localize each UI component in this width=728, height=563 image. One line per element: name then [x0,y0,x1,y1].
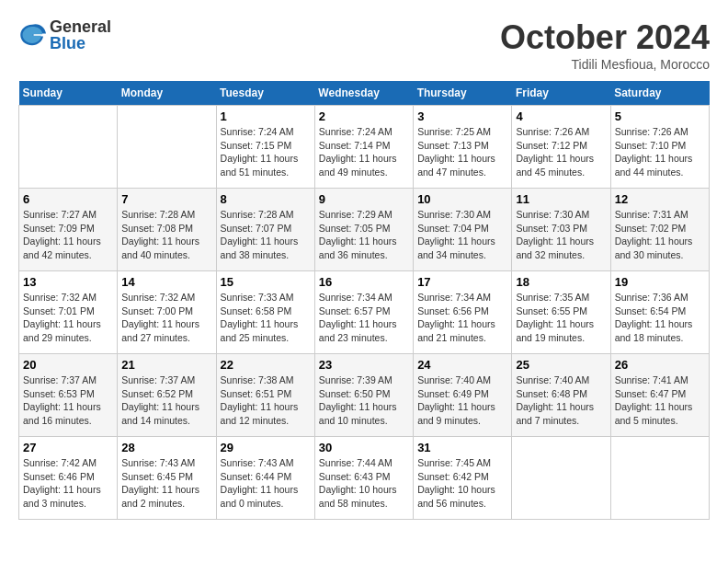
day-number: 3 [417,109,507,123]
calendar-cell: 15Sunrise: 7:33 AM Sunset: 6:58 PM Dayli… [216,271,314,354]
day-number: 8 [221,192,311,206]
day-number: 19 [615,275,705,289]
location: Tidili Mesfioua, Morocco [500,57,710,72]
day-info: Sunrise: 7:30 AM Sunset: 7:04 PM Dayligh… [417,208,507,262]
logo: General Blue [18,18,111,52]
calendar-cell: 27Sunrise: 7:42 AM Sunset: 6:46 PM Dayli… [19,437,118,520]
day-info: Sunrise: 7:39 AM Sunset: 6:50 PM Dayligh… [319,373,409,428]
day-info: Sunrise: 7:37 AM Sunset: 6:53 PM Dayligh… [23,373,113,428]
calendar-header: Sunday Monday Tuesday Wednesday Thursday… [19,81,710,106]
day-number: 29 [221,441,311,454]
day-number: 27 [23,441,113,454]
day-number: 5 [615,109,705,123]
day-info: Sunrise: 7:26 AM Sunset: 7:12 PM Dayligh… [516,125,606,179]
day-number: 12 [615,192,705,206]
day-info: Sunrise: 7:45 AM Sunset: 6:42 PM Dayligh… [417,456,507,511]
day-number: 31 [417,441,507,454]
calendar-cell: 19Sunrise: 7:36 AM Sunset: 6:54 PM Dayli… [610,271,709,354]
calendar-cell: 3Sunrise: 7:25 AM Sunset: 7:13 PM Daylig… [414,106,512,189]
day-number: 15 [221,275,311,289]
day-number: 13 [23,275,113,289]
day-info: Sunrise: 7:33 AM Sunset: 6:58 PM Dayligh… [221,291,311,345]
day-info: Sunrise: 7:32 AM Sunset: 7:00 PM Dayligh… [121,291,211,345]
calendar-body: 1Sunrise: 7:24 AM Sunset: 7:15 PM Daylig… [19,106,710,520]
calendar-cell: 5Sunrise: 7:26 AM Sunset: 7:10 PM Daylig… [610,106,709,189]
calendar-cell: 13Sunrise: 7:32 AM Sunset: 7:01 PM Dayli… [19,271,118,354]
day-info: Sunrise: 7:25 AM Sunset: 7:13 PM Dayligh… [417,125,507,179]
calendar-cell: 14Sunrise: 7:32 AM Sunset: 7:00 PM Dayli… [118,271,216,354]
day-info: Sunrise: 7:34 AM Sunset: 6:56 PM Dayligh… [417,291,507,345]
calendar-cell: 18Sunrise: 7:35 AM Sunset: 6:55 PM Dayli… [512,271,610,354]
calendar-table: Sunday Monday Tuesday Wednesday Thursday… [18,81,710,520]
day-info: Sunrise: 7:44 AM Sunset: 6:43 PM Dayligh… [319,456,409,511]
col-wednesday: Wednesday [314,81,413,106]
day-number: 7 [121,192,211,206]
logo-icon [18,21,46,49]
day-number: 30 [319,441,409,454]
calendar-week-1: 1Sunrise: 7:24 AM Sunset: 7:15 PM Daylig… [19,106,710,189]
day-number: 2 [319,109,409,123]
calendar-cell: 26Sunrise: 7:41 AM Sunset: 6:47 PM Dayli… [610,354,709,437]
day-info: Sunrise: 7:43 AM Sunset: 6:45 PM Dayligh… [121,456,211,511]
calendar-cell: 24Sunrise: 7:40 AM Sunset: 6:49 PM Dayli… [414,354,512,437]
calendar-cell [118,106,216,189]
col-thursday: Thursday [414,81,512,106]
logo-blue-text: Blue [50,35,111,52]
day-number: 17 [417,275,507,289]
col-sunday: Sunday [19,81,118,106]
day-number: 9 [319,192,409,206]
day-number: 16 [319,275,409,289]
col-friday: Friday [512,81,610,106]
calendar-cell: 7Sunrise: 7:28 AM Sunset: 7:08 PM Daylig… [118,189,216,271]
day-number: 11 [516,192,606,206]
day-number: 28 [121,441,211,454]
day-info: Sunrise: 7:28 AM Sunset: 7:08 PM Dayligh… [121,208,211,262]
calendar-cell: 12Sunrise: 7:31 AM Sunset: 7:02 PM Dayli… [610,189,709,271]
day-info: Sunrise: 7:35 AM Sunset: 6:55 PM Dayligh… [516,291,606,345]
logo-text: General Blue [50,18,111,52]
calendar-cell: 9Sunrise: 7:29 AM Sunset: 7:05 PM Daylig… [314,189,413,271]
header-row: Sunday Monday Tuesday Wednesday Thursday… [19,81,710,106]
month-title: October 2024 [500,18,710,57]
calendar-cell: 6Sunrise: 7:27 AM Sunset: 7:09 PM Daylig… [19,189,118,271]
calendar-week-2: 6Sunrise: 7:27 AM Sunset: 7:09 PM Daylig… [19,189,710,271]
day-info: Sunrise: 7:41 AM Sunset: 6:47 PM Dayligh… [615,373,705,428]
calendar-cell: 25Sunrise: 7:40 AM Sunset: 6:48 PM Dayli… [512,354,610,437]
day-number: 4 [516,109,606,123]
day-info: Sunrise: 7:24 AM Sunset: 7:14 PM Dayligh… [319,125,409,179]
day-number: 22 [221,358,311,372]
calendar-cell: 2Sunrise: 7:24 AM Sunset: 7:14 PM Daylig… [314,106,413,189]
day-info: Sunrise: 7:24 AM Sunset: 7:15 PM Dayligh… [221,125,311,179]
col-tuesday: Tuesday [216,81,314,106]
day-info: Sunrise: 7:32 AM Sunset: 7:01 PM Dayligh… [23,291,113,345]
calendar-cell [610,437,709,520]
day-number: 10 [417,192,507,206]
calendar-week-4: 20Sunrise: 7:37 AM Sunset: 6:53 PM Dayli… [19,354,710,437]
calendar-cell: 30Sunrise: 7:44 AM Sunset: 6:43 PM Dayli… [314,437,413,520]
calendar-cell: 10Sunrise: 7:30 AM Sunset: 7:04 PM Dayli… [414,189,512,271]
day-info: Sunrise: 7:29 AM Sunset: 7:05 PM Dayligh… [319,208,409,262]
day-info: Sunrise: 7:27 AM Sunset: 7:09 PM Dayligh… [23,208,113,262]
title-section: October 2024 Tidili Mesfioua, Morocco [500,18,710,72]
col-saturday: Saturday [610,81,709,106]
day-number: 26 [615,358,705,372]
day-number: 23 [319,358,409,372]
calendar-week-5: 27Sunrise: 7:42 AM Sunset: 6:46 PM Dayli… [19,437,710,520]
calendar-cell: 23Sunrise: 7:39 AM Sunset: 6:50 PM Dayli… [314,354,413,437]
page-header: General Blue October 2024 Tidili Mesfiou… [18,18,710,72]
day-info: Sunrise: 7:36 AM Sunset: 6:54 PM Dayligh… [615,291,705,345]
day-info: Sunrise: 7:43 AM Sunset: 6:44 PM Dayligh… [221,456,311,511]
day-number: 18 [516,275,606,289]
calendar-cell: 20Sunrise: 7:37 AM Sunset: 6:53 PM Dayli… [19,354,118,437]
col-monday: Monday [118,81,216,106]
day-info: Sunrise: 7:30 AM Sunset: 7:03 PM Dayligh… [516,208,606,262]
calendar-cell: 31Sunrise: 7:45 AM Sunset: 6:42 PM Dayli… [414,437,512,520]
day-number: 24 [417,358,507,372]
calendar-cell: 8Sunrise: 7:28 AM Sunset: 7:07 PM Daylig… [216,189,314,271]
calendar-cell [512,437,610,520]
calendar-cell: 29Sunrise: 7:43 AM Sunset: 6:44 PM Dayli… [216,437,314,520]
day-info: Sunrise: 7:37 AM Sunset: 6:52 PM Dayligh… [121,373,211,428]
day-info: Sunrise: 7:40 AM Sunset: 6:49 PM Dayligh… [417,373,507,428]
logo-general-text: General [50,18,111,35]
calendar-cell: 22Sunrise: 7:38 AM Sunset: 6:51 PM Dayli… [216,354,314,437]
